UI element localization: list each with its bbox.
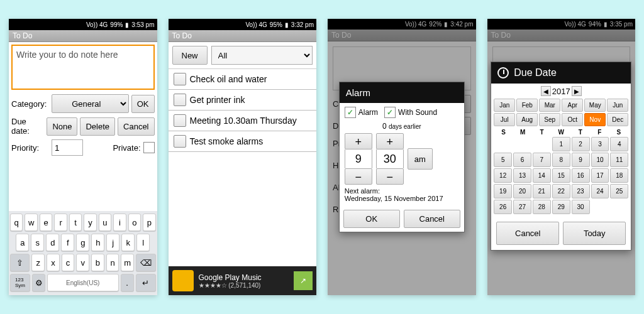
month-aug[interactable]: Aug: [516, 113, 538, 126]
alarm-ok-button[interactable]: OK: [343, 210, 400, 228]
priority-input[interactable]: [52, 139, 83, 156]
day-26[interactable]: 26: [494, 200, 512, 214]
day-22[interactable]: 22: [552, 184, 570, 198]
month-may[interactable]: May: [584, 99, 606, 112]
day-3[interactable]: 3: [591, 137, 609, 151]
key-f[interactable]: f: [61, 234, 74, 251]
cancel-button[interactable]: Cancel: [118, 117, 154, 136]
month-dec[interactable]: Dec: [607, 113, 628, 126]
item-checkbox[interactable]: [174, 114, 186, 127]
key-b[interactable]: b: [91, 254, 104, 271]
day-25[interactable]: 25: [610, 184, 628, 198]
date-today-button[interactable]: Today: [563, 222, 626, 245]
key-⇧[interactable]: ⇧: [10, 254, 30, 271]
key-m[interactable]: m: [121, 254, 134, 271]
day-23[interactable]: 23: [572, 184, 590, 198]
day-14[interactable]: 14: [533, 168, 551, 183]
key-p[interactable]: p: [143, 214, 155, 231]
month-apr[interactable]: Apr: [562, 99, 583, 112]
ok-button[interactable]: OK: [131, 95, 155, 113]
period-key[interactable]: .: [121, 274, 134, 291]
filter-select[interactable]: All: [211, 46, 313, 65]
day-19[interactable]: 19: [494, 184, 512, 198]
space-key[interactable]: English(US): [47, 274, 119, 291]
key-w[interactable]: w: [25, 214, 37, 231]
key-y[interactable]: y: [84, 214, 96, 231]
day-6[interactable]: 6: [513, 153, 531, 167]
ampm-toggle[interactable]: am: [408, 148, 433, 170]
ad-banner[interactable]: Google Play Music ★★★★☆ (2,571,140) ↗: [169, 266, 317, 295]
ad-open-icon[interactable]: ↗: [294, 271, 313, 290]
key-r[interactable]: r: [54, 214, 67, 231]
date-cancel-button[interactable]: Cancel: [496, 222, 559, 245]
month-oct[interactable]: Oct: [562, 113, 583, 126]
month-jul[interactable]: Jul: [494, 113, 515, 126]
month-nov[interactable]: Nov: [584, 113, 606, 126]
key-n[interactable]: n: [106, 254, 119, 271]
month-sep[interactable]: Sep: [539, 113, 560, 126]
key-l[interactable]: l: [136, 234, 150, 251]
hour-spinner[interactable]: + 9 −: [345, 133, 372, 185]
year-next[interactable]: ▶: [572, 86, 582, 96]
item-checkbox[interactable]: [174, 135, 186, 148]
key-⌫[interactable]: ⌫: [136, 254, 155, 271]
key-v[interactable]: v: [76, 254, 89, 271]
new-button[interactable]: New: [172, 46, 208, 65]
day-29[interactable]: 29: [552, 200, 570, 214]
day-2[interactable]: 2: [572, 137, 590, 151]
private-checkbox[interactable]: [143, 142, 155, 153]
minute-down[interactable]: −: [376, 168, 404, 185]
day-28[interactable]: 28: [533, 200, 551, 214]
alarm-checkbox[interactable]: ✓: [345, 107, 356, 118]
list-item[interactable]: Get printer ink: [169, 90, 317, 111]
sound-checkbox[interactable]: ✓: [384, 107, 396, 118]
minute-spinner[interactable]: + 30 −: [376, 133, 404, 185]
day-18[interactable]: 18: [610, 168, 628, 183]
list-item[interactable]: Meeting 10.30am Thursday: [169, 111, 317, 131]
key-i[interactable]: i: [113, 214, 126, 231]
month-feb[interactable]: Feb: [516, 99, 538, 112]
item-checkbox[interactable]: [174, 73, 186, 85]
day-27[interactable]: 27: [513, 200, 531, 214]
day-13[interactable]: 13: [513, 168, 531, 183]
category-select[interactable]: General: [52, 94, 129, 113]
day-5[interactable]: 5: [494, 153, 512, 167]
day-17[interactable]: 17: [591, 168, 609, 183]
list-item[interactable]: Test smoke alarms: [169, 131, 317, 152]
day-4[interactable]: 4: [610, 137, 628, 151]
month-jan[interactable]: Jan: [494, 99, 515, 112]
key-c[interactable]: c: [62, 254, 75, 271]
key-q[interactable]: q: [10, 214, 23, 231]
day-10[interactable]: 10: [591, 153, 609, 167]
key-a[interactable]: a: [16, 234, 29, 251]
sym-key[interactable]: 123 Sym: [10, 274, 30, 291]
day-11[interactable]: 11: [610, 153, 628, 167]
delete-button[interactable]: Delete: [80, 117, 115, 136]
settings-key[interactable]: ⚙: [32, 274, 45, 291]
year-prev[interactable]: ◀: [541, 86, 551, 96]
key-g[interactable]: g: [76, 234, 89, 251]
key-s[interactable]: s: [31, 234, 44, 251]
day-16[interactable]: 16: [572, 168, 590, 183]
day-21[interactable]: 21: [533, 184, 551, 198]
key-o[interactable]: o: [128, 214, 141, 231]
month-mar[interactable]: Mar: [539, 99, 560, 112]
key-z[interactable]: z: [31, 254, 45, 271]
day-7[interactable]: 7: [533, 153, 551, 167]
key-u[interactable]: u: [99, 214, 111, 231]
day-8[interactable]: 8: [552, 153, 570, 167]
key-j[interactable]: j: [106, 234, 119, 251]
minute-up[interactable]: +: [376, 133, 404, 149]
keyboard[interactable]: qwertyuiop asdfghjkl ⇧zxcvbnm⌫ 123 Sym ⚙…: [9, 211, 157, 295]
key-e[interactable]: e: [40, 214, 52, 231]
day-30[interactable]: 30: [572, 200, 590, 214]
key-t[interactable]: t: [69, 214, 82, 231]
due-date-none-button[interactable]: None: [47, 117, 77, 136]
hour-up[interactable]: +: [345, 133, 372, 149]
note-textarea[interactable]: Write your to do note here: [11, 45, 155, 90]
list-item[interactable]: Check oil and water: [169, 69, 317, 90]
enter-key[interactable]: ↵: [136, 274, 156, 291]
day-1[interactable]: 1: [552, 137, 570, 151]
hour-down[interactable]: −: [345, 168, 372, 185]
day-15[interactable]: 15: [552, 168, 570, 183]
